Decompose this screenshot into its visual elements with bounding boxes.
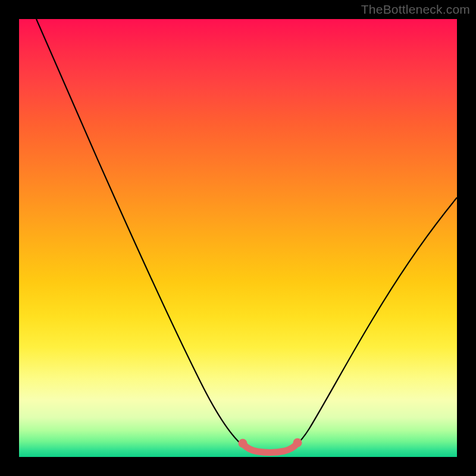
curve-layer bbox=[19, 19, 457, 457]
plot-area bbox=[19, 19, 457, 457]
bottleneck-curve bbox=[36, 19, 457, 452]
chart-frame: TheBottleneck.com bbox=[0, 0, 476, 476]
flat-zone-highlight bbox=[243, 443, 298, 452]
watermark-text: TheBottleneck.com bbox=[361, 2, 470, 17]
flat-zone-end-left bbox=[239, 439, 248, 448]
flat-zone-end-right bbox=[293, 439, 302, 447]
